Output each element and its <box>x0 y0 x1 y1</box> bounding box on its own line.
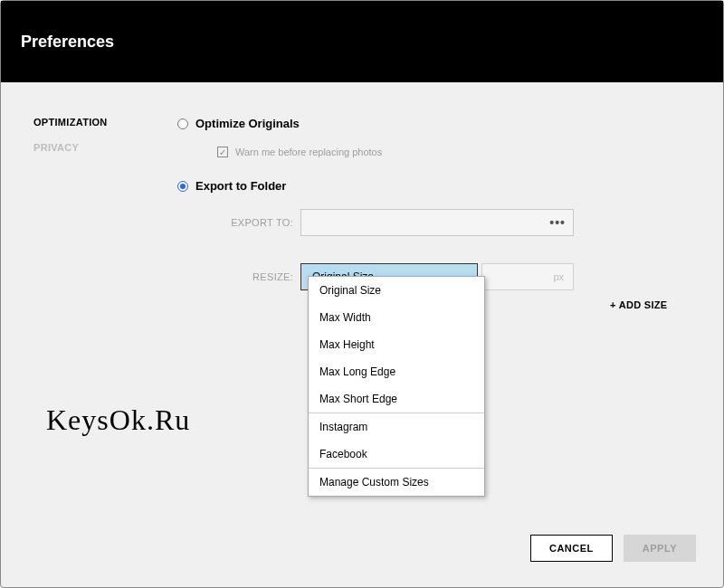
export-folder-radio[interactable] <box>177 181 188 192</box>
resize-dropdown: Original Size Max Width Max Height Max L… <box>308 276 485 497</box>
browse-dots-icon[interactable]: ••• <box>549 215 566 230</box>
optimize-originals-radio[interactable] <box>177 119 188 129</box>
add-size-button[interactable]: + ADD SIZE <box>610 299 667 310</box>
optimize-originals-label: Optimize Originals <box>195 117 300 130</box>
dropdown-item-max-long-edge[interactable]: Max Long Edge <box>309 358 484 385</box>
dropdown-item-manage-custom[interactable]: Manage Custom Sizes <box>309 469 484 496</box>
dropdown-item-max-height[interactable]: Max Height <box>309 331 484 358</box>
dropdown-item-instagram[interactable]: Instagram <box>309 413 484 441</box>
sidebar: OPTIMIZATION PRIVACY <box>1 117 177 310</box>
dropdown-group-custom: Manage Custom Sizes <box>309 469 484 496</box>
watermark: KeysOk.Ru <box>46 403 190 437</box>
export-folder-label: Export to Folder <box>195 179 286 193</box>
px-unit: px <box>553 271 564 282</box>
resize-px-input[interactable]: px <box>481 263 574 290</box>
warn-replace-label: Warn me before replacing photos <box>235 147 382 157</box>
export-to-row: EXPORT TO: ••• <box>177 209 696 236</box>
resize-label: RESIZE: <box>177 271 300 282</box>
dropdown-item-max-short-edge[interactable]: Max Short Edge <box>309 385 484 413</box>
export-folder-row: Export to Folder <box>177 179 696 193</box>
apply-button[interactable]: APPLY <box>624 535 696 562</box>
sidebar-item-privacy[interactable]: PRIVACY <box>33 142 177 153</box>
warn-replace-checkbox[interactable]: ✓ <box>217 147 228 157</box>
dropdown-item-original-size[interactable]: Original Size <box>309 277 484 304</box>
preferences-window: Preferences OPTIMIZATION PRIVACY Optimiz… <box>0 0 724 588</box>
warn-replace-row: ✓ Warn me before replacing photos <box>217 147 696 157</box>
export-to-input[interactable]: ••• <box>300 209 574 236</box>
header: Preferences <box>1 1 723 82</box>
export-to-label: EXPORT TO: <box>177 217 300 228</box>
dropdown-group-social: Instagram Facebook <box>309 413 484 469</box>
sidebar-item-optimization[interactable]: OPTIMIZATION <box>33 117 177 128</box>
dropdown-item-facebook[interactable]: Facebook <box>309 441 484 468</box>
optimize-originals-row: Optimize Originals <box>177 117 696 130</box>
cancel-button[interactable]: CANCEL <box>530 535 613 562</box>
window-title: Preferences <box>21 33 114 52</box>
dropdown-item-max-width[interactable]: Max Width <box>309 304 484 331</box>
dropdown-group-sizes: Original Size Max Width Max Height Max L… <box>309 277 484 413</box>
footer: CANCEL APPLY <box>530 535 696 562</box>
